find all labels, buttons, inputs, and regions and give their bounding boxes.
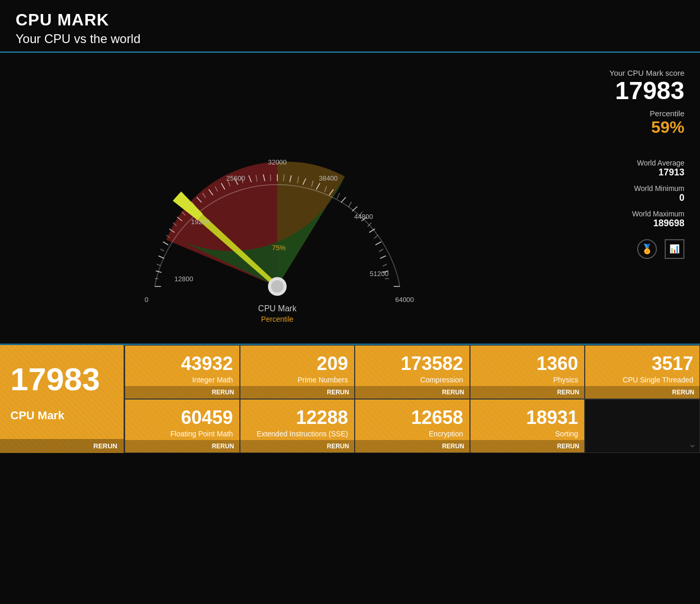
physics-rerun[interactable]: RERUN bbox=[470, 386, 585, 399]
world-average-row: World Average 17913 bbox=[632, 159, 684, 178]
stats-section: World Average 17913 World Minimum 0 Worl… bbox=[632, 153, 684, 229]
encryption-name: Encryption bbox=[355, 430, 469, 440]
bench-cell-encryption: 12658 Encryption RERUN bbox=[355, 399, 470, 453]
gauge-svg: 0 6400 12800 19200 25600 32000 38400 448… bbox=[111, 63, 443, 333]
score-label: Your CPU Mark score bbox=[610, 68, 685, 77]
svg-text:64000: 64000 bbox=[395, 296, 414, 304]
score-panel: Your CPU Mark score 17983 Percentile 59%… bbox=[549, 63, 684, 333]
page-subtitle: Your CPU vs the world bbox=[16, 32, 684, 46]
bench-cell-integer-math: 43932 Integer Math RERUN bbox=[125, 345, 240, 399]
cpu-mark-tile: 17983 CPU Mark RERUN bbox=[0, 345, 125, 453]
svg-text:Percentile: Percentile bbox=[261, 315, 293, 323]
bench-cell-sorting: 18931 Sorting RERUN bbox=[470, 399, 585, 453]
cpu-mark-score: 17983 bbox=[0, 345, 124, 397]
svg-text:12800: 12800 bbox=[174, 275, 193, 283]
svg-text:0: 0 bbox=[144, 296, 148, 304]
prime-numbers-rerun[interactable]: RERUN bbox=[240, 386, 355, 399]
world-maximum-value: 189698 bbox=[632, 218, 684, 229]
encryption-value: 12658 bbox=[355, 400, 469, 430]
bench-cell-extended-instructions: 12288 Extended Instructions (SSE) RERUN bbox=[240, 399, 355, 453]
integer-math-name: Integer Math bbox=[125, 376, 239, 386]
action-icons: 🏅 📊 bbox=[637, 239, 684, 259]
main-area: 0 6400 12800 19200 25600 32000 38400 448… bbox=[0, 53, 700, 344]
sorting-rerun[interactable]: RERUN bbox=[470, 440, 585, 452]
cpu-single-value: 3517 bbox=[585, 346, 699, 376]
compression-name: Compression bbox=[355, 376, 469, 386]
cpu-mark-name: CPU Mark bbox=[0, 409, 124, 428]
score-value: 17983 bbox=[615, 77, 684, 105]
integer-math-value: 43932 bbox=[125, 346, 239, 376]
svg-text:75%: 75% bbox=[272, 244, 286, 252]
bench-cell-cpu-single-threaded: 3517 CPU Single Threaded RERUN bbox=[585, 345, 700, 399]
bench-cell-prime-numbers: 209 Prime Numbers RERUN bbox=[240, 345, 355, 399]
prime-numbers-name: Prime Numbers bbox=[240, 376, 355, 386]
gauge-wrapper: 0 6400 12800 19200 25600 32000 38400 448… bbox=[111, 63, 443, 333]
header: CPU MARK Your CPU vs the world bbox=[0, 0, 700, 51]
bench-cell-physics: 1360 Physics RERUN bbox=[470, 345, 585, 399]
gauge-container: 0 6400 12800 19200 25600 32000 38400 448… bbox=[16, 63, 539, 333]
world-average-value: 17913 bbox=[632, 167, 684, 178]
compression-rerun[interactable]: RERUN bbox=[355, 386, 469, 399]
svg-text:51200: 51200 bbox=[370, 270, 388, 278]
percentile-value: 59% bbox=[651, 118, 684, 137]
svg-line-40 bbox=[284, 174, 284, 181]
empty-cell: ⌄ bbox=[585, 399, 700, 453]
floating-point-value: 60459 bbox=[125, 400, 239, 430]
scroll-down-icon: ⌄ bbox=[688, 437, 697, 450]
sorting-name: Sorting bbox=[470, 430, 585, 440]
sorting-value: 18931 bbox=[470, 400, 585, 430]
chart-icon[interactable]: 📊 bbox=[665, 239, 684, 259]
medal-icon[interactable]: 🏅 bbox=[637, 239, 657, 259]
svg-text:CPU Mark: CPU Mark bbox=[258, 304, 297, 313]
bench-cell-compression: 173582 Compression RERUN bbox=[355, 345, 470, 399]
integer-math-rerun[interactable]: RERUN bbox=[125, 386, 239, 399]
page-title: CPU MARK bbox=[16, 10, 684, 30]
svg-text:38400: 38400 bbox=[319, 174, 338, 182]
physics-name: Physics bbox=[470, 376, 585, 386]
svg-point-55 bbox=[271, 280, 284, 293]
cpu-single-name: CPU Single Threaded bbox=[585, 376, 699, 386]
svg-text:44800: 44800 bbox=[354, 213, 373, 221]
world-maximum-row: World Maximum 189698 bbox=[632, 210, 684, 229]
world-minimum-value: 0 bbox=[632, 193, 684, 203]
floating-point-rerun[interactable]: RERUN bbox=[125, 440, 239, 452]
compression-value: 173582 bbox=[355, 346, 469, 376]
extended-instructions-value: 12288 bbox=[240, 400, 355, 430]
extended-instructions-rerun[interactable]: RERUN bbox=[240, 440, 355, 452]
cpu-single-rerun[interactable]: RERUN bbox=[585, 386, 699, 399]
svg-text:32000: 32000 bbox=[268, 158, 287, 166]
floating-point-name: Floating Point Math bbox=[125, 430, 239, 440]
physics-value: 1360 bbox=[470, 346, 585, 376]
bench-cell-floating-point: 60459 Floating Point Math RERUN bbox=[125, 399, 240, 453]
world-minimum-row: World Minimum 0 bbox=[632, 184, 684, 203]
world-minimum-label: World Minimum bbox=[632, 184, 684, 193]
cpu-mark-rerun-button[interactable]: RERUN bbox=[0, 439, 124, 453]
world-average-label: World Average bbox=[632, 159, 684, 167]
world-maximum-label: World Maximum bbox=[632, 210, 684, 218]
extended-instructions-name: Extended Instructions (SSE) bbox=[240, 430, 355, 440]
percentile-label: Percentile bbox=[650, 109, 684, 118]
svg-text:19200: 19200 bbox=[191, 218, 210, 226]
svg-text:25600: 25600 bbox=[226, 174, 245, 182]
benchmark-grid: 17983 CPU Mark RERUN 43932 Integer Math … bbox=[0, 344, 700, 453]
prime-numbers-value: 209 bbox=[240, 346, 355, 376]
encryption-rerun[interactable]: RERUN bbox=[355, 440, 469, 452]
